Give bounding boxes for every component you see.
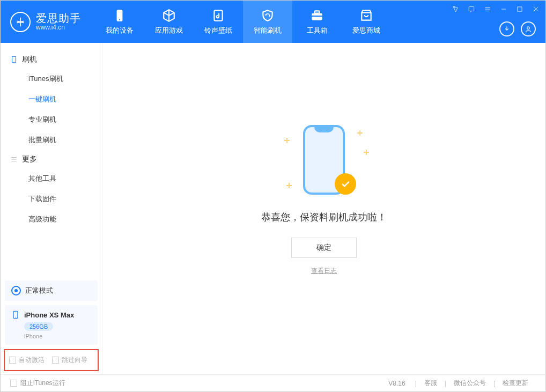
view-log-link[interactable]: 查看日志 (311, 267, 337, 276)
sparkle-icon (284, 138, 290, 143)
device-phone-icon (11, 310, 20, 319)
device-icon (113, 9, 127, 23)
ok-button[interactable]: 确定 (291, 238, 357, 258)
sidebar-item-batch-flash[interactable]: 批量刷机 (1, 130, 102, 150)
success-panel: 恭喜您，保资料刷机成功啦！ 确定 查看日志 (261, 121, 387, 276)
cube-icon (162, 9, 176, 23)
svg-rect-7 (518, 7, 522, 11)
tab-my-device[interactable]: 我的设备 (95, 1, 144, 43)
refresh-shield-icon (261, 9, 275, 23)
tab-toolbox[interactable]: 工具箱 (292, 1, 342, 43)
phone-outline-icon (10, 56, 18, 63)
maximize-icon[interactable] (515, 5, 524, 13)
footer-link-update[interactable]: 检查更新 (503, 379, 528, 388)
svg-rect-4 (315, 11, 320, 13)
app-header: 爱思助手 www.i4.cn 我的设备 应用游戏 铃声壁纸 智能刷机 工具箱 爱… (1, 1, 545, 43)
download-icon[interactable] (499, 21, 514, 36)
svg-point-11 (15, 317, 16, 317)
menu-icon[interactable] (483, 5, 492, 13)
app-url: www.i4.cn (36, 24, 81, 31)
logo-area: 爱思助手 www.i4.cn (1, 12, 91, 32)
header-right-circles (499, 21, 536, 36)
close-icon[interactable] (532, 5, 540, 13)
tab-store[interactable]: 爱思商城 (342, 1, 391, 43)
tab-ringtones[interactable]: 铃声壁纸 (194, 1, 243, 43)
mode-label: 正常模式 (25, 286, 53, 295)
user-icon[interactable] (521, 21, 536, 36)
window-controls (451, 5, 540, 13)
sidebar-section-more: 更多 (1, 150, 102, 168)
sidebar-item-download-fw[interactable]: 下载固件 (1, 189, 102, 209)
svg-rect-6 (469, 6, 474, 11)
version-label: V8.16 (388, 380, 405, 387)
checkbox-icon (52, 357, 59, 364)
sparkle-icon (357, 130, 363, 136)
success-message: 恭喜您，保资料刷机成功啦！ (261, 211, 387, 224)
theme-icon[interactable] (451, 5, 460, 13)
footer-link-wechat[interactable]: 微信公众号 (454, 379, 486, 388)
minimize-icon[interactable] (499, 5, 508, 13)
checkbox-icon (10, 380, 17, 387)
tab-smart-flash[interactable]: 智能刷机 (243, 1, 292, 43)
music-file-icon (211, 9, 225, 23)
footer: 阻止iTunes运行 V8.16 | 客服 | 微信公众号 | 检查更新 (1, 374, 545, 391)
svg-point-1 (119, 19, 120, 20)
svg-rect-5 (312, 16, 322, 17)
footer-link-service[interactable]: 客服 (424, 379, 437, 388)
toolbox-icon (310, 9, 324, 23)
sparkle-icon (364, 150, 369, 155)
sidebar-item-advanced[interactable]: 高级功能 (1, 209, 102, 230)
checkmark-badge-icon (335, 173, 356, 195)
list-icon (10, 156, 18, 163)
store-icon (359, 9, 373, 23)
sidebar-item-pro-flash[interactable]: 专业刷机 (1, 109, 102, 130)
main-content: 恭喜您，保资料刷机成功啦！ 确定 查看日志 (102, 43, 545, 374)
tab-apps-games[interactable]: 应用游戏 (144, 1, 194, 43)
mode-icon (11, 286, 21, 295)
checkbox-auto-activate[interactable]: 自动激活 (9, 356, 45, 365)
success-illustration (276, 121, 372, 201)
app-name: 爱思助手 (36, 12, 81, 24)
checkbox-skip-guide[interactable]: 跳过向导 (52, 356, 87, 365)
device-card[interactable]: iPhone XS Max 256GB iPhone (5, 305, 98, 345)
feedback-icon[interactable] (467, 5, 476, 13)
sidebar: 刷机 iTunes刷机 一键刷机 专业刷机 批量刷机 更多 其他工具 下载固件 … (1, 43, 102, 374)
sidebar-section-flash: 刷机 (1, 50, 102, 69)
app-logo-icon (10, 12, 31, 32)
device-type: iPhone (24, 333, 91, 339)
device-capacity: 256GB (24, 322, 53, 331)
svg-rect-9 (12, 56, 16, 63)
sidebar-item-oneclick-flash[interactable]: 一键刷机 (1, 89, 102, 109)
checkbox-block-itunes[interactable]: 阻止iTunes运行 (10, 379, 65, 388)
sidebar-item-itunes-flash[interactable]: iTunes刷机 (1, 69, 102, 89)
mode-card[interactable]: 正常模式 (5, 280, 98, 301)
device-name: iPhone XS Max (24, 311, 74, 319)
sparkle-icon (286, 183, 292, 188)
checkbox-icon (9, 357, 16, 364)
highlighted-checkbox-row: 自动激活 跳过向导 (4, 349, 99, 371)
sidebar-item-other-tools[interactable]: 其他工具 (1, 168, 102, 189)
nav-tabs: 我的设备 应用游戏 铃声壁纸 智能刷机 工具箱 爱思商城 (95, 1, 391, 43)
svg-point-8 (527, 27, 530, 29)
